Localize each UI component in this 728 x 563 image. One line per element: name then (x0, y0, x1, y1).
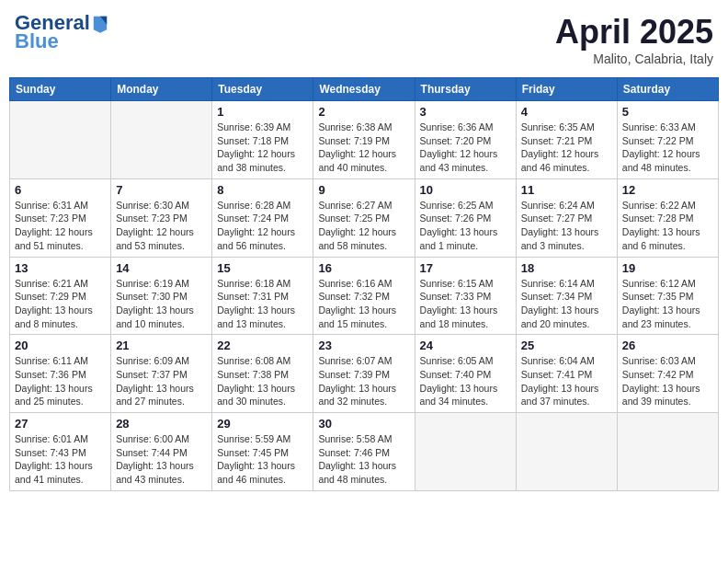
calendar-cell: 26Sunrise: 6:03 AMSunset: 7:42 PMDayligh… (617, 335, 718, 413)
day-number: 30 (318, 417, 409, 431)
day-info: Sunrise: 6:11 AMSunset: 7:36 PMDaylight:… (15, 354, 106, 408)
day-info: Sunrise: 6:24 AMSunset: 7:27 PMDaylight:… (521, 199, 612, 253)
day-number: 2 (318, 105, 409, 119)
calendar-cell: 22Sunrise: 6:08 AMSunset: 7:38 PMDayligh… (212, 335, 313, 413)
day-number: 12 (622, 183, 713, 197)
calendar-cell: 7Sunrise: 6:30 AMSunset: 7:23 PMDaylight… (111, 178, 212, 257)
calendar-cell: 21Sunrise: 6:09 AMSunset: 7:37 PMDayligh… (111, 335, 212, 413)
day-number: 18 (521, 261, 612, 275)
day-number: 11 (521, 183, 612, 197)
day-number: 7 (116, 183, 207, 197)
day-info: Sunrise: 6:05 AMSunset: 7:40 PMDaylight:… (420, 354, 511, 408)
day-info: Sunrise: 6:15 AMSunset: 7:33 PMDaylight:… (420, 277, 511, 331)
calendar-week-row: 20Sunrise: 6:11 AMSunset: 7:36 PMDayligh… (10, 335, 719, 413)
calendar-cell (617, 413, 718, 491)
day-info: Sunrise: 6:18 AMSunset: 7:31 PMDaylight:… (217, 277, 308, 331)
logo-icon (92, 13, 108, 33)
calendar-header-row: SundayMondayTuesdayWednesdayThursdayFrid… (10, 78, 719, 101)
weekday-header: Sunday (10, 78, 111, 101)
day-info: Sunrise: 6:25 AMSunset: 7:26 PMDaylight:… (420, 199, 511, 253)
day-number: 5 (622, 105, 713, 119)
calendar-cell: 25Sunrise: 6:04 AMSunset: 7:41 PMDayligh… (516, 335, 617, 413)
day-info: Sunrise: 6:12 AMSunset: 7:35 PMDaylight:… (622, 277, 713, 331)
calendar-cell: 30Sunrise: 5:58 AMSunset: 7:46 PMDayligh… (313, 413, 415, 491)
calendar-cell: 9Sunrise: 6:27 AMSunset: 7:25 PMDaylight… (313, 178, 415, 257)
calendar-cell: 10Sunrise: 6:25 AMSunset: 7:26 PMDayligh… (415, 178, 516, 257)
day-info: Sunrise: 6:39 AMSunset: 7:18 PMDaylight:… (217, 121, 308, 175)
calendar-table: SundayMondayTuesdayWednesdayThursdayFrid… (9, 77, 719, 491)
calendar-cell: 17Sunrise: 6:15 AMSunset: 7:33 PMDayligh… (415, 257, 516, 335)
day-info: Sunrise: 6:14 AMSunset: 7:34 PMDaylight:… (521, 277, 612, 331)
day-info: Sunrise: 6:35 AMSunset: 7:21 PMDaylight:… (521, 121, 612, 175)
calendar-cell: 5Sunrise: 6:33 AMSunset: 7:22 PMDaylight… (617, 101, 718, 179)
day-number: 23 (318, 339, 409, 352)
calendar-week-row: 13Sunrise: 6:21 AMSunset: 7:29 PMDayligh… (10, 257, 719, 335)
day-number: 25 (521, 339, 612, 352)
day-number: 3 (420, 105, 511, 119)
calendar-cell: 29Sunrise: 5:59 AMSunset: 7:45 PMDayligh… (212, 413, 313, 491)
calendar-cell: 24Sunrise: 6:05 AMSunset: 7:40 PMDayligh… (415, 335, 516, 413)
calendar-cell: 16Sunrise: 6:16 AMSunset: 7:32 PMDayligh… (313, 257, 415, 335)
calendar-cell (10, 101, 111, 179)
calendar-cell: 27Sunrise: 6:01 AMSunset: 7:43 PMDayligh… (10, 413, 111, 491)
day-number: 22 (217, 339, 308, 352)
day-number: 9 (318, 183, 409, 197)
weekday-header: Wednesday (313, 78, 415, 101)
day-info: Sunrise: 6:19 AMSunset: 7:30 PMDaylight:… (116, 277, 207, 331)
title-section: April 2025 Malito, Calabria, Italy (555, 13, 713, 66)
day-info: Sunrise: 6:33 AMSunset: 7:22 PMDaylight:… (622, 121, 713, 175)
day-info: Sunrise: 5:58 AMSunset: 7:46 PMDaylight:… (318, 432, 409, 487)
day-number: 8 (217, 183, 308, 197)
calendar-cell: 1Sunrise: 6:39 AMSunset: 7:18 PMDaylight… (212, 101, 313, 179)
weekday-header: Tuesday (212, 78, 313, 101)
calendar-cell: 14Sunrise: 6:19 AMSunset: 7:30 PMDayligh… (111, 257, 212, 335)
calendar-week-row: 6Sunrise: 6:31 AMSunset: 7:23 PMDaylight… (10, 178, 719, 257)
page-header: General Blue April 2025 Malito, Calabria… (9, 9, 719, 70)
day-number: 20 (15, 339, 106, 352)
day-number: 16 (318, 261, 409, 275)
calendar-cell (111, 101, 212, 179)
calendar-cell: 2Sunrise: 6:38 AMSunset: 7:19 PMDaylight… (313, 101, 415, 179)
day-info: Sunrise: 6:28 AMSunset: 7:24 PMDaylight:… (217, 199, 308, 253)
day-info: Sunrise: 6:38 AMSunset: 7:19 PMDaylight:… (318, 121, 409, 175)
calendar-cell: 6Sunrise: 6:31 AMSunset: 7:23 PMDaylight… (10, 178, 111, 257)
calendar-week-row: 1Sunrise: 6:39 AMSunset: 7:18 PMDaylight… (10, 101, 719, 179)
calendar-cell: 4Sunrise: 6:35 AMSunset: 7:21 PMDaylight… (516, 101, 617, 179)
day-info: Sunrise: 6:09 AMSunset: 7:37 PMDaylight:… (116, 354, 207, 408)
weekday-header: Saturday (617, 78, 718, 101)
day-number: 24 (420, 339, 511, 352)
day-number: 10 (420, 183, 511, 197)
day-info: Sunrise: 6:36 AMSunset: 7:20 PMDaylight:… (420, 121, 511, 175)
day-info: Sunrise: 6:03 AMSunset: 7:42 PMDaylight:… (622, 354, 713, 408)
day-info: Sunrise: 6:16 AMSunset: 7:32 PMDaylight:… (318, 277, 409, 331)
day-info: Sunrise: 6:08 AMSunset: 7:38 PMDaylight:… (217, 354, 308, 408)
day-number: 27 (15, 417, 106, 431)
day-info: Sunrise: 6:31 AMSunset: 7:23 PMDaylight:… (15, 199, 106, 253)
calendar-cell: 28Sunrise: 6:00 AMSunset: 7:44 PMDayligh… (111, 413, 212, 491)
location: Malito, Calabria, Italy (555, 52, 713, 66)
day-number: 13 (15, 261, 106, 275)
calendar-cell: 11Sunrise: 6:24 AMSunset: 7:27 PMDayligh… (516, 178, 617, 257)
weekday-header: Monday (111, 78, 212, 101)
weekday-header: Thursday (415, 78, 516, 101)
calendar-cell: 13Sunrise: 6:21 AMSunset: 7:29 PMDayligh… (10, 257, 111, 335)
calendar-cell: 12Sunrise: 6:22 AMSunset: 7:28 PMDayligh… (617, 178, 718, 257)
day-info: Sunrise: 6:01 AMSunset: 7:43 PMDaylight:… (15, 432, 106, 487)
calendar-cell: 20Sunrise: 6:11 AMSunset: 7:36 PMDayligh… (10, 335, 111, 413)
calendar-week-row: 27Sunrise: 6:01 AMSunset: 7:43 PMDayligh… (10, 413, 719, 491)
calendar-cell: 3Sunrise: 6:36 AMSunset: 7:20 PMDaylight… (415, 101, 516, 179)
day-number: 4 (521, 105, 612, 119)
day-number: 15 (217, 261, 308, 275)
calendar-cell: 15Sunrise: 6:18 AMSunset: 7:31 PMDayligh… (212, 257, 313, 335)
calendar-cell (516, 413, 617, 491)
day-info: Sunrise: 6:21 AMSunset: 7:29 PMDaylight:… (15, 277, 106, 331)
calendar-cell: 23Sunrise: 6:07 AMSunset: 7:39 PMDayligh… (313, 335, 415, 413)
calendar-cell: 18Sunrise: 6:14 AMSunset: 7:34 PMDayligh… (516, 257, 617, 335)
day-info: Sunrise: 6:30 AMSunset: 7:23 PMDaylight:… (116, 199, 207, 253)
day-number: 14 (116, 261, 207, 275)
day-info: Sunrise: 6:07 AMSunset: 7:39 PMDaylight:… (318, 354, 409, 408)
day-info: Sunrise: 5:59 AMSunset: 7:45 PMDaylight:… (217, 432, 308, 487)
day-info: Sunrise: 6:00 AMSunset: 7:44 PMDaylight:… (116, 432, 207, 487)
day-number: 19 (622, 261, 713, 275)
day-number: 21 (116, 339, 207, 352)
